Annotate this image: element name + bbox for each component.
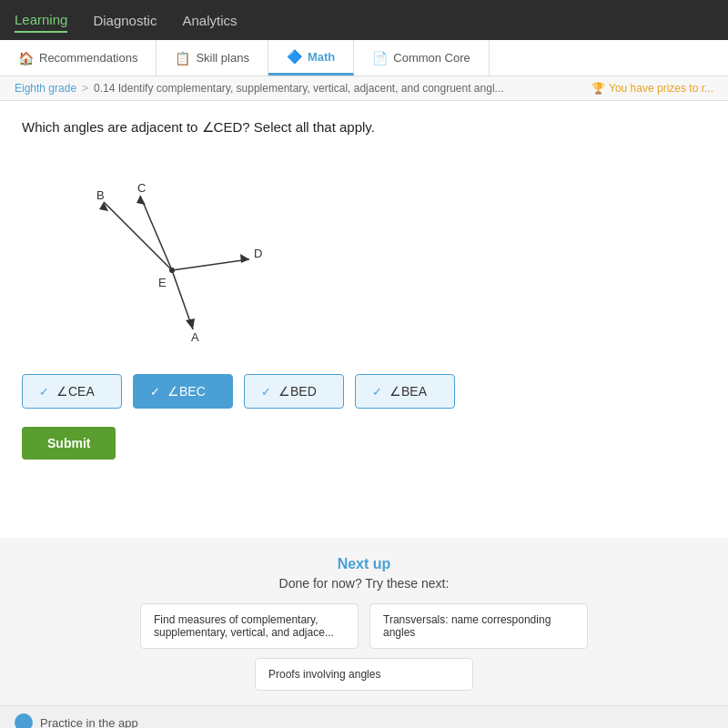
choice-bec[interactable]: ✓ ∠BEC: [133, 374, 233, 409]
nav-diagnostic[interactable]: Diagnostic: [93, 9, 157, 32]
tab-common-core[interactable]: 📄 Common Core: [354, 40, 490, 76]
check-bea-icon: ✓: [372, 385, 382, 399]
bottom-bar-label[interactable]: Practice in the app: [40, 716, 138, 729]
svg-text:D: D: [254, 247, 262, 260]
choice-cea[interactable]: ✓ ∠CEA: [22, 374, 122, 409]
bottom-bar: Practice in the app: [0, 705, 728, 728]
tab-skill-plans[interactable]: 📋 Skill plans: [157, 40, 268, 76]
math-icon: 🔷: [287, 49, 302, 64]
breadcrumb: Eighth grade > 0.14 Identify complementa…: [0, 76, 728, 101]
next-up-title: Next up: [22, 556, 706, 572]
prize-badge[interactable]: 🏆 You have prizes to r...: [592, 82, 713, 95]
svg-point-13: [169, 268, 175, 273]
tab-recommendations[interactable]: 🏠 Recommendations: [0, 40, 157, 76]
choice-bec-label: ∠BEC: [167, 384, 206, 399]
svg-text:A: A: [191, 330, 199, 344]
next-up-subtitle: Done for now? Try these next:: [22, 576, 706, 591]
next-card-bottom[interactable]: Proofs involving angles: [255, 658, 473, 691]
svg-marker-7: [186, 318, 195, 329]
choice-bed-label: ∠BED: [278, 384, 317, 399]
svg-line-0: [104, 202, 172, 270]
geometry-diagram: B C D A E: [31, 152, 286, 352]
question-text: Which angles are adjacent to ∠CED? Selec…: [22, 119, 706, 136]
next-card-2[interactable]: Transversals: name corresponding angles: [369, 603, 588, 649]
top-navigation: Learning Diagnostic Analytics: [0, 0, 728, 40]
tab-bar: 🏠 Recommendations 📋 Skill plans 🔷 Math 📄…: [0, 40, 728, 76]
svg-text:B: B: [96, 188, 105, 202]
recommendations-icon: 🏠: [18, 51, 34, 66]
tab-math[interactable]: 🔷 Math: [268, 40, 354, 76]
submit-button[interactable]: Submit: [22, 427, 116, 460]
nav-learning[interactable]: Learning: [15, 8, 67, 33]
next-up-section: Next up Done for now? Try these next: Fi…: [0, 538, 728, 705]
next-cards-row: Find measures of complementary, suppleme…: [22, 603, 706, 649]
choice-bed[interactable]: ✓ ∠BED: [244, 374, 344, 409]
skill-plans-icon: 📋: [175, 51, 190, 66]
nav-analytics[interactable]: Analytics: [182, 9, 237, 32]
breadcrumb-grade[interactable]: Eighth grade: [15, 82, 76, 95]
app-icon: [15, 713, 33, 728]
svg-text:E: E: [158, 276, 167, 289]
check-cea-icon: ✓: [39, 385, 49, 399]
svg-marker-1: [99, 202, 108, 211]
breadcrumb-separator: >: [82, 82, 88, 95]
choice-bea-label: ∠BEA: [389, 384, 427, 399]
main-content: Which angles are adjacent to ∠CED? Selec…: [0, 101, 728, 538]
breadcrumb-skill: 0.14 Identify complementary, supplementa…: [94, 82, 586, 95]
prize-icon: 🏆: [592, 82, 605, 95]
svg-text:C: C: [137, 181, 146, 195]
choice-bea[interactable]: ✓ ∠BEA: [355, 374, 455, 409]
common-core-icon: 📄: [372, 51, 388, 66]
next-card-1[interactable]: Find measures of complementary, suppleme…: [140, 603, 359, 649]
check-bec-icon: ✓: [150, 385, 160, 399]
svg-line-4: [172, 259, 249, 270]
svg-line-2: [140, 196, 172, 270]
check-bed-icon: ✓: [261, 385, 271, 399]
svg-marker-5: [240, 254, 249, 263]
choice-cea-label: ∠CEA: [56, 384, 95, 399]
choices-row: ✓ ∠CEA ✓ ∠BEC ✓ ∠BED ✓ ∠BEA: [22, 374, 706, 409]
